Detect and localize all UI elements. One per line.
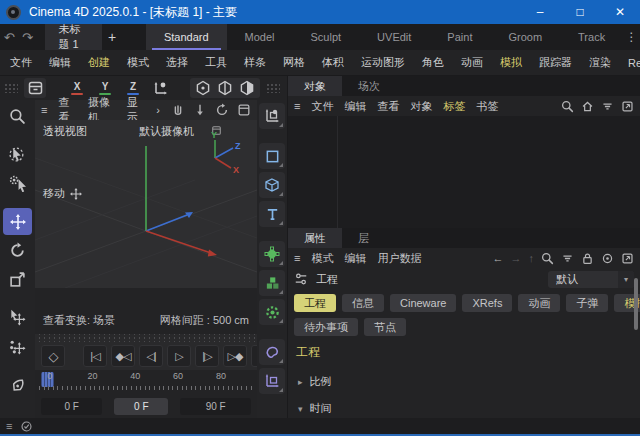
chip-info[interactable]: 信息: [342, 294, 384, 312]
menu-render[interactable]: 渲染: [589, 55, 611, 70]
chip-todo[interactable]: 待办事项: [294, 318, 358, 336]
om-menu-tags[interactable]: 标签: [443, 99, 465, 114]
chip-bullet[interactable]: 子弹: [566, 294, 608, 312]
polygons-mode-icon[interactable]: [236, 78, 258, 98]
motext-icon[interactable]: [259, 201, 285, 227]
chip-xrefs[interactable]: XRefs: [462, 294, 512, 312]
tab-layout-model[interactable]: Model: [227, 24, 293, 50]
tab-attributes[interactable]: 属性: [288, 228, 342, 248]
om-search-icon[interactable]: [561, 100, 574, 113]
tab-layout-paint[interactable]: Paint: [429, 24, 490, 50]
goto-start-button[interactable]: |◁: [83, 345, 107, 367]
chip-animation[interactable]: 动画: [518, 294, 560, 312]
timeline-ruler[interactable]: 0 20 40 60 80: [39, 370, 253, 392]
object-list[interactable]: [288, 116, 640, 228]
z-axis-lock-button[interactable]: Z: [122, 81, 144, 95]
menu-file[interactable]: 文件: [10, 55, 32, 70]
tab-layout-sculpt[interactable]: Sculpt: [293, 24, 360, 50]
menu-spline[interactable]: 样条: [244, 55, 266, 70]
menu-redshift[interactable]: Redshift: [628, 57, 640, 69]
am-menu-edit[interactable]: 编辑: [344, 251, 366, 266]
deformer-icon[interactable]: [259, 299, 285, 325]
volume-builder-icon[interactable]: [259, 339, 285, 365]
am-back-icon[interactable]: ←: [493, 252, 504, 264]
rotate-tool-icon[interactable]: [3, 237, 32, 264]
asset-box-icon[interactable]: [24, 78, 46, 98]
prev-key-button[interactable]: ◆◁: [111, 345, 135, 367]
viewport-menu-more-icon[interactable]: ›: [156, 104, 160, 116]
tab-layout-track[interactable]: Track: [560, 24, 623, 50]
next-frame-button[interactable]: |▷: [195, 345, 219, 367]
menu-simulate[interactable]: 模拟: [500, 55, 522, 70]
tab-layers[interactable]: 层: [342, 228, 385, 248]
subdivision-surface-icon[interactable]: [259, 241, 285, 267]
om-detach-icon[interactable]: [621, 100, 634, 113]
maximize-button[interactable]: □: [560, 0, 600, 24]
edges-mode-icon[interactable]: [214, 78, 236, 98]
mode-sliders-icon[interactable]: [294, 272, 308, 286]
tab-takes[interactable]: 场次: [342, 76, 396, 96]
menu-mesh[interactable]: 网格: [283, 55, 305, 70]
om-menu-bookmarks[interactable]: 书签: [476, 99, 498, 114]
om-home-icon[interactable]: [581, 100, 594, 113]
transform-tool-icon[interactable]: [3, 304, 32, 331]
om-menu-edit[interactable]: 编辑: [344, 99, 366, 114]
om-menu-file[interactable]: 文件: [311, 99, 333, 114]
chip-cineware[interactable]: Cineware: [390, 294, 456, 312]
tab-layout-uvedit[interactable]: UVEdit: [359, 24, 429, 50]
menu-create[interactable]: 创建: [88, 55, 110, 70]
viewport-orbit-icon[interactable]: [215, 103, 229, 117]
scale-tool-icon[interactable]: [3, 266, 32, 293]
viewport-pan-icon[interactable]: [171, 103, 185, 117]
play-button[interactable]: ▷: [167, 345, 191, 367]
menu-mode[interactable]: 模式: [127, 55, 149, 70]
spline-rectangle-icon[interactable]: [259, 143, 285, 169]
status-hamburger-icon[interactable]: ≡: [6, 420, 12, 432]
chip-project[interactable]: 工程: [294, 294, 336, 312]
menu-mograph[interactable]: 运动图形: [361, 55, 405, 70]
am-lock-icon[interactable]: [581, 252, 594, 265]
am-filter-icon[interactable]: [561, 252, 574, 265]
toolbar-drag-handle[interactable]: [4, 83, 18, 93]
timeline-drag-handle[interactable]: [35, 334, 257, 342]
add-document-button[interactable]: +: [102, 24, 122, 50]
am-hamburger-icon[interactable]: ≡: [294, 252, 300, 264]
range-end-field[interactable]: 90 F: [180, 398, 251, 415]
cloner-icon[interactable]: [259, 270, 285, 296]
workplane-icon[interactable]: [259, 368, 285, 394]
om-hamburger-icon[interactable]: ≡: [294, 100, 300, 112]
am-search-icon[interactable]: [541, 252, 554, 265]
prev-frame-button[interactable]: ◁|: [139, 345, 163, 367]
toolbar-drag-handle-2[interactable]: [266, 83, 280, 93]
minimize-button[interactable]: –: [520, 0, 560, 24]
tab-layout-groom[interactable]: Groom: [490, 24, 560, 50]
points-mode-icon[interactable]: [192, 78, 214, 98]
menu-volume[interactable]: 体积: [322, 55, 344, 70]
viewport-dolly-icon[interactable]: [193, 103, 207, 117]
chip-nodes[interactable]: 节点: [364, 318, 406, 336]
om-filter-icon[interactable]: [601, 100, 614, 113]
viewport-toggle-icon[interactable]: [237, 103, 251, 117]
range-start-field[interactable]: 0 F: [41, 398, 102, 415]
redo-icon[interactable]: ↷: [18, 24, 36, 50]
viewport-hamburger-icon[interactable]: ≡: [41, 104, 47, 116]
axis-edit-icon[interactable]: [259, 103, 285, 129]
am-detach-icon[interactable]: [621, 252, 634, 265]
attribute-scrollbar[interactable]: [634, 278, 638, 330]
next-key-button[interactable]: ▷◆: [223, 345, 247, 367]
menu-edit[interactable]: 编辑: [49, 55, 71, 70]
am-menu-mode[interactable]: 模式: [311, 251, 333, 266]
preset-dropdown[interactable]: 默认 ▾: [548, 271, 634, 288]
current-frame-field[interactable]: 0 F: [114, 398, 168, 415]
om-menu-object[interactable]: 对象: [410, 99, 432, 114]
coordinate-system-icon[interactable]: [150, 78, 172, 98]
find-tool-icon[interactable]: [3, 103, 32, 130]
menu-select[interactable]: 选择: [166, 55, 188, 70]
menu-tracker[interactable]: 跟踪器: [539, 55, 572, 70]
move-tool-icon[interactable]: [3, 208, 32, 235]
spline-pen-tool-icon[interactable]: [3, 371, 32, 398]
record-keyframe-button[interactable]: ◇: [41, 345, 65, 367]
cube-primitive-icon[interactable]: [259, 172, 285, 198]
live-selection-icon[interactable]: [3, 141, 32, 168]
tweak-tool-icon[interactable]: [3, 170, 32, 197]
